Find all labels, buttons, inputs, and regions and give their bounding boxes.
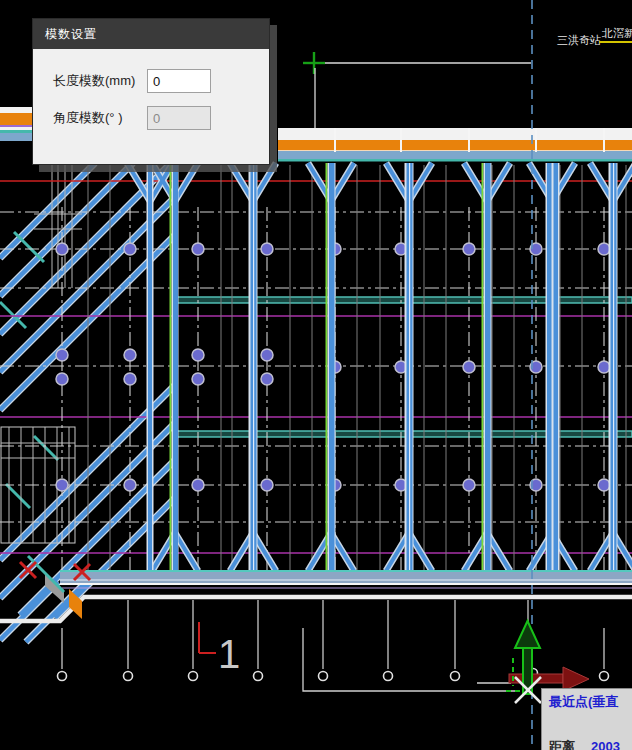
top-edge-band bbox=[278, 128, 632, 162]
snap-tooltip-distance-row: 距离2003 bbox=[549, 737, 620, 750]
angle-module-row: 角度模数(° ) bbox=[53, 106, 269, 130]
snap-tooltip-title: 最近点(垂直 bbox=[549, 693, 632, 711]
length-module-input[interactable] bbox=[147, 69, 211, 93]
dialog-body: 长度模数(mm) 角度模数(° ) bbox=[33, 49, 269, 130]
top-edge-band-left bbox=[0, 107, 32, 141]
cad-viewport[interactable]: 1 bbox=[0, 0, 632, 750]
length-module-label: 长度模数(mm) bbox=[53, 72, 147, 90]
module-settings-dialog: 模数设置 长度模数(mm) 角度模数(° ) bbox=[32, 18, 270, 165]
station-label-left: 三洪奇站 bbox=[557, 34, 601, 46]
distance-value: 2003 bbox=[591, 739, 620, 750]
dialog-title: 模数设置 bbox=[45, 26, 97, 43]
length-module-row: 长度模数(mm) bbox=[53, 69, 269, 93]
station-label-right: 北滘新 bbox=[601, 27, 632, 39]
angle-module-input bbox=[147, 106, 211, 130]
snap-tooltip: 最近点(垂直 距离2003 bbox=[541, 688, 632, 750]
dialog-title-bar[interactable]: 模数设置 bbox=[33, 19, 269, 49]
distance-label: 距离 bbox=[549, 739, 575, 750]
angle-module-label: 角度模数(° ) bbox=[53, 109, 147, 127]
detail-number: 1 bbox=[218, 632, 240, 676]
